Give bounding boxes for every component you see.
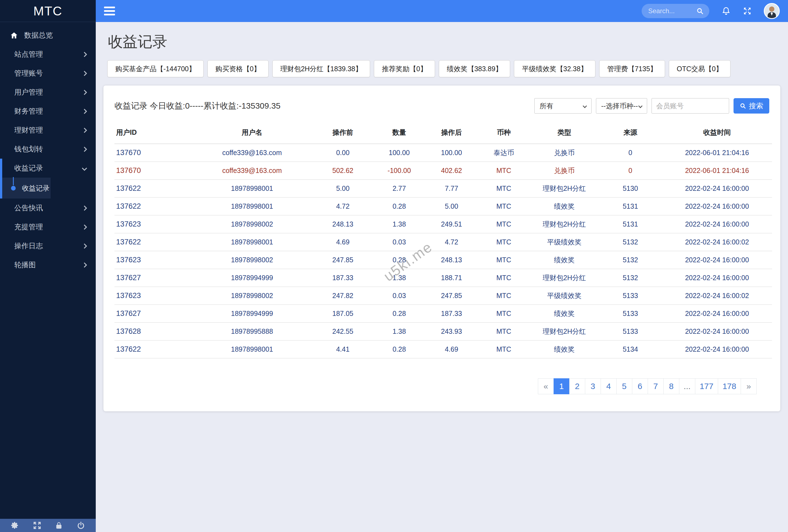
stat-button[interactable]: 平级绩效奖【32.38】: [514, 60, 595, 77]
table-cell: MTC: [478, 215, 530, 233]
table-cell: 绩效奖: [530, 251, 599, 269]
chevron-right-icon: [82, 108, 87, 114]
sidebar-item-label: 操作日志: [14, 241, 43, 251]
table-cell: 137622: [115, 340, 192, 358]
pagination-page[interactable]: 3: [585, 378, 601, 394]
sidebar-item[interactable]: 管理账号: [0, 64, 96, 83]
table-cell: 5133: [599, 305, 662, 323]
type-filter-select[interactable]: 所有: [534, 98, 592, 114]
table-cell: 7.77: [426, 180, 478, 198]
coin-filter-select[interactable]: --选择币种--: [596, 98, 647, 114]
table-cell: 理财包2H分红: [530, 269, 599, 287]
pagination-page[interactable]: 1: [554, 378, 570, 394]
table-cell: 137622: [115, 233, 192, 251]
expand-icon[interactable]: [743, 6, 752, 15]
table-cell: 18978995888: [192, 323, 313, 340]
stat-button[interactable]: 购买基金产品【-144700】: [107, 60, 203, 77]
column-header: 来源: [599, 123, 662, 144]
table-cell: MTC: [478, 305, 530, 323]
stat-button[interactable]: 管理费【7135】: [599, 60, 665, 77]
search-button[interactable]: 搜索: [733, 98, 769, 114]
pagination-page[interactable]: 4: [600, 378, 616, 394]
table-cell: 243.93: [426, 323, 478, 340]
sidebar-item-label: 收益记录: [14, 163, 43, 173]
sidebar-subitem[interactable]: 收益记录: [2, 178, 51, 199]
table-cell: 0.28: [373, 340, 426, 358]
search-icon[interactable]: [696, 7, 704, 15]
member-account-input[interactable]: [652, 98, 729, 114]
home-icon: [10, 31, 18, 40]
pagination-prev[interactable]: «: [538, 378, 554, 394]
stat-button[interactable]: OTC交易【0】: [669, 60, 731, 77]
pagination-page[interactable]: 178: [718, 378, 741, 394]
stat-button[interactable]: 理财包2H分红【1839.38】: [272, 60, 370, 77]
chevron-right-icon: [82, 262, 87, 268]
table-cell: 137622: [115, 180, 192, 198]
table-cell: 187.05: [313, 305, 373, 323]
stat-button[interactable]: 绩效奖【383.89】: [439, 60, 510, 77]
sidebar-item[interactable]: 轮播图: [0, 255, 96, 274]
pagination-page[interactable]: 8: [663, 378, 679, 394]
pagination-page[interactable]: 7: [648, 378, 664, 394]
table-cell: MTC: [478, 162, 530, 180]
chevron-down-icon: [638, 104, 643, 108]
table-cell: 2022-02-24 16:00:00: [662, 215, 772, 233]
sidebar-item-label: 站点管理: [14, 49, 43, 59]
sidebar-item[interactable]: 收益记录: [2, 159, 96, 178]
table-cell: 248.13: [313, 215, 373, 233]
sidebar-item[interactable]: 公告快讯: [0, 199, 96, 218]
pagination-page[interactable]: 177: [695, 378, 718, 394]
pagination-page[interactable]: 5: [616, 378, 632, 394]
sidebar-item[interactable]: 充提管理: [0, 218, 96, 237]
bullet-dot-icon: [11, 186, 16, 190]
pagination-page[interactable]: 6: [632, 378, 648, 394]
table-row: 13762818978995888242.551.38243.93MTC理财包2…: [115, 323, 772, 340]
table-cell: 2022-02-24 16:00:00: [662, 323, 772, 340]
table-row: 13762318978998002247.820.03247.85MTC平级绩效…: [115, 287, 772, 305]
topbar-search-input[interactable]: [648, 7, 696, 15]
main-area: 收益记录 购买基金产品【-144700】购买资格【0】理财包2H分红【1839.…: [96, 0, 788, 532]
table-cell: 泰达币: [478, 144, 530, 162]
stat-button[interactable]: 推荐奖励【0】: [374, 60, 435, 77]
table-cell: 188.71: [426, 269, 478, 287]
column-header: 操作后: [426, 123, 478, 144]
pagination: «12345678...177178»: [115, 378, 756, 394]
pagination-page[interactable]: 2: [569, 378, 585, 394]
table-cell: 0.03: [373, 233, 426, 251]
table-cell: 137627: [115, 269, 192, 287]
lock-icon[interactable]: [55, 521, 63, 529]
sidebar-item[interactable]: 站点管理: [0, 45, 96, 64]
stat-button[interactable]: 购买资格【0】: [208, 60, 269, 77]
table-row: 137622189789980014.410.284.69MTC绩效奖51342…: [115, 340, 772, 358]
user-avatar[interactable]: [764, 3, 780, 19]
table-cell: 2022-06-01 21:04:16: [662, 144, 772, 162]
table-cell: MTC: [478, 287, 530, 305]
bell-icon[interactable]: [722, 6, 731, 16]
pagination-next[interactable]: »: [741, 378, 756, 394]
brand-logo[interactable]: MTC: [0, 0, 96, 22]
coin-filter-value: --选择币种--: [601, 101, 638, 110]
table-cell: 0.28: [373, 251, 426, 269]
table-cell: 4.41: [313, 340, 373, 358]
column-header: 数量: [373, 123, 426, 144]
table-row: 137622189789980014.720.285.00MTC绩效奖51312…: [115, 198, 772, 215]
table-cell: MTC: [478, 180, 530, 198]
sidebar-item[interactable]: 操作日志: [0, 237, 96, 255]
sidebar-item[interactable]: 数据总览: [0, 26, 96, 45]
filters: 所有 --选择币种-- 搜索: [534, 98, 769, 114]
hamburger-menu-icon[interactable]: [104, 6, 115, 15]
sidebar-item[interactable]: 财务管理: [0, 102, 96, 121]
table-header-row: 用户ID用户名操作前数量操作后币种类型来源收益时间: [115, 123, 772, 144]
expand-icon[interactable]: [33, 521, 41, 530]
gear-icon[interactable]: [11, 521, 19, 530]
sidebar-item[interactable]: 用户管理: [0, 83, 96, 102]
table-cell: 5131: [599, 198, 662, 215]
sidebar-item-label: 管理账号: [14, 68, 43, 78]
table-cell: 1.38: [373, 323, 426, 340]
power-icon[interactable]: [77, 521, 85, 530]
table-cell: 248.13: [426, 251, 478, 269]
sidebar-item[interactable]: 钱包划转: [0, 140, 96, 159]
sidebar-item[interactable]: 理财管理: [0, 121, 96, 140]
table-cell: 4.69: [313, 233, 373, 251]
table-cell: 平级绩效奖: [530, 233, 599, 251]
